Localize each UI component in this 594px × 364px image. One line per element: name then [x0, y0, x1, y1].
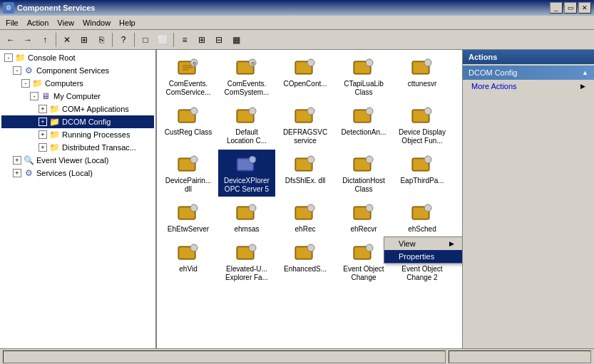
up-button[interactable]: ↑ — [37, 32, 53, 48]
help-button[interactable]: ? — [116, 32, 131, 48]
dcom-item-copencont[interactable]: COpenCont... — [277, 53, 334, 100]
icon-label-devicexplorer: DeviceXPlorerOPC Server 5 — [224, 177, 270, 194]
tree-label-dcom-config: DCOM Config — [62, 118, 111, 126]
dcom-item-devicexplorer[interactable]: DeviceXPlorerOPC Server 5 — [218, 150, 275, 197]
minimize-button[interactable]: _ — [550, 2, 563, 14]
dcom-item-enhanceds[interactable]: EnhancedS... — [277, 238, 334, 285]
expander-my-computer[interactable]: - — [30, 92, 39, 100]
context-menu-item-properties[interactable]: Properties — [384, 250, 462, 263]
menu-window[interactable]: Window — [78, 17, 115, 28]
icon-label-cttunesvr: cttunesvr — [408, 80, 437, 88]
dcom-icon-dfsshlex — [294, 152, 317, 175]
dcom-item-detectionan[interactable]: DetectionAn... — [335, 101, 392, 148]
status-panel-right — [449, 350, 591, 363]
context-menu-item-view[interactable]: View ▶ — [384, 237, 462, 250]
dcom-icon-ehetwserver — [177, 201, 200, 224]
export-button[interactable]: □ — [138, 32, 153, 48]
export2-button[interactable]: ⬜ — [155, 32, 170, 48]
dcom-icon-enhanceds — [294, 241, 317, 264]
tree-item-services[interactable]: + ⚙ Services (Local) — [1, 167, 154, 180]
svg-point-34 — [424, 108, 431, 115]
expander-services[interactable]: + — [13, 169, 21, 177]
dcom-item-devicepairin[interactable]: DevicePairin...dll — [160, 150, 217, 197]
menu-file[interactable]: File — [1, 17, 23, 28]
status-panel-left — [3, 350, 446, 363]
dcom-icon-devicepairin — [177, 152, 200, 175]
tree-item-dcom-config[interactable]: + 📁 DCOM Config — [1, 115, 154, 128]
dcom-item-defragsvc[interactable]: DEFRAGSVCservice — [277, 101, 334, 148]
svg-point-52 — [190, 204, 198, 212]
menu-action[interactable]: Action — [23, 17, 53, 28]
dcom-item-comevents-system[interactable]: ⚙ ComEvents.ComSystem... — [218, 53, 275, 100]
dcom-item-devicedisplay[interactable]: Device DisplayObject Fun... — [394, 101, 451, 148]
close-button[interactable]: ✕ — [578, 2, 591, 14]
refresh-button[interactable]: ⎘ — [93, 32, 109, 48]
menu-view[interactable]: View — [53, 17, 78, 28]
tree-item-console-root[interactable]: - 📁 Console Root — [1, 51, 154, 64]
expander-com-applications[interactable]: + — [39, 105, 47, 113]
tree-item-running-processes[interactable]: + 📁 Running Processes — [1, 128, 154, 141]
expander-event-viewer[interactable]: + — [13, 156, 21, 165]
actions-item-more-actions[interactable]: More Actions ▶ — [463, 80, 594, 93]
dcom-item-cttunesvr[interactable]: cttunesvr — [394, 53, 451, 100]
delete-button[interactable]: ✕ — [59, 32, 75, 48]
title-bar-left: ⚙ Component Services — [3, 2, 95, 14]
icons-panel[interactable]: ⚙ ComEvents.ComService... ⚙ Co — [157, 50, 462, 348]
dcom-item-ctapilualib[interactable]: CTapiLuaLibClass — [335, 53, 392, 100]
dcom-item-ehrecvr[interactable]: ehRecvr — [335, 198, 392, 236]
expander-component-services[interactable]: - — [13, 66, 21, 75]
tree-item-distributed-transac[interactable]: + 📁 Distributed Transac... — [1, 141, 154, 154]
dcom-item-ehvid[interactable]: ehVid — [160, 238, 217, 285]
view2-button[interactable]: ⊞ — [194, 32, 210, 48]
view4-button[interactable]: ▦ — [228, 32, 244, 48]
dcom-item-ehrec[interactable]: ehRec — [277, 198, 334, 236]
properties-button[interactable]: ⊞ — [76, 32, 92, 48]
back-button[interactable]: ← — [3, 32, 19, 48]
dcom-item-defaultlocation[interactable]: DefaultLocation C... — [218, 101, 275, 148]
dcom-item-ehmsas[interactable]: ehmsas — [218, 198, 275, 236]
dcom-item-comevents-service[interactable]: ⚙ ComEvents.ComService... — [160, 53, 217, 100]
tree-item-com-applications[interactable]: + 📁 COM+ Applications — [1, 103, 154, 115]
tree-label-component-services: Component Services — [36, 66, 109, 75]
dcom-icon-ehrecvr — [352, 201, 375, 224]
dcom-item-elevated[interactable]: Elevated-U...Explorer Fa... — [218, 238, 275, 285]
dcom-item-dfsshlex[interactable]: DfsShlEx. dll — [277, 150, 334, 197]
icon-label-eapthirdpa: EapThirdPa... — [400, 177, 444, 185]
tree-item-component-services[interactable]: - ⚙ Component Services — [1, 64, 154, 77]
expander-running-processes[interactable]: + — [39, 130, 47, 139]
tree-item-computers[interactable]: - 📁 Computers — [1, 77, 154, 90]
svg-point-64 — [424, 204, 431, 212]
expander-distributed-transac[interactable]: + — [39, 143, 47, 152]
expander-computers[interactable]: - — [21, 79, 30, 88]
dcom-item-eapthirdpa[interactable]: EapThirdPa... — [394, 150, 451, 197]
tree-item-my-computer[interactable]: - 🖥 My Computer — [1, 90, 154, 103]
dcom-item-custreg[interactable]: CustReg Class — [160, 101, 217, 148]
dcom-item-ehsched[interactable]: ehSched — [394, 198, 451, 236]
main-area: - 📁 Console Root - ⚙ Component Services … — [0, 50, 594, 348]
context-menu-view-arrow: ▶ — [449, 240, 454, 247]
title-bar: ⚙ Component Services _ ▭ ✕ — [0, 0, 594, 16]
tree-panel[interactable]: - 📁 Console Root - ⚙ Component Services … — [0, 50, 157, 348]
dcom-icon-defragsvc — [294, 104, 317, 127]
dcom-item-ehetwserver[interactable]: EhEtwServer — [160, 198, 217, 236]
svg-point-67 — [190, 244, 198, 251]
dcom-icon-ehrec — [294, 201, 317, 224]
view3-button[interactable]: ⊟ — [211, 32, 227, 48]
dcom-item-dictationhost[interactable]: DictationHostClass — [335, 150, 392, 197]
tree-item-event-viewer[interactable]: + 🔍 Event Viewer (Local) — [1, 154, 154, 167]
menu-help[interactable]: Help — [115, 17, 140, 28]
icon-event-viewer: 🔍 — [23, 155, 34, 166]
actions-section-dcom-config[interactable]: DCOM Config ▲ — [463, 66, 594, 80]
svg-point-70 — [249, 244, 256, 251]
svg-point-28 — [307, 108, 314, 115]
expander-dcom-config[interactable]: + — [39, 118, 47, 126]
expander-console-root[interactable]: - — [4, 53, 13, 62]
icon-label-ehrec: ehRec — [295, 225, 316, 234]
svg-point-76 — [366, 244, 373, 251]
toolbar-sep-2 — [112, 33, 113, 47]
view1-button[interactable]: ≡ — [177, 32, 193, 48]
restore-button[interactable]: ▭ — [564, 2, 577, 14]
dcom-icon-ctapilualib — [352, 56, 375, 78]
svg-point-49 — [424, 156, 431, 163]
forward-button[interactable]: → — [20, 32, 36, 48]
